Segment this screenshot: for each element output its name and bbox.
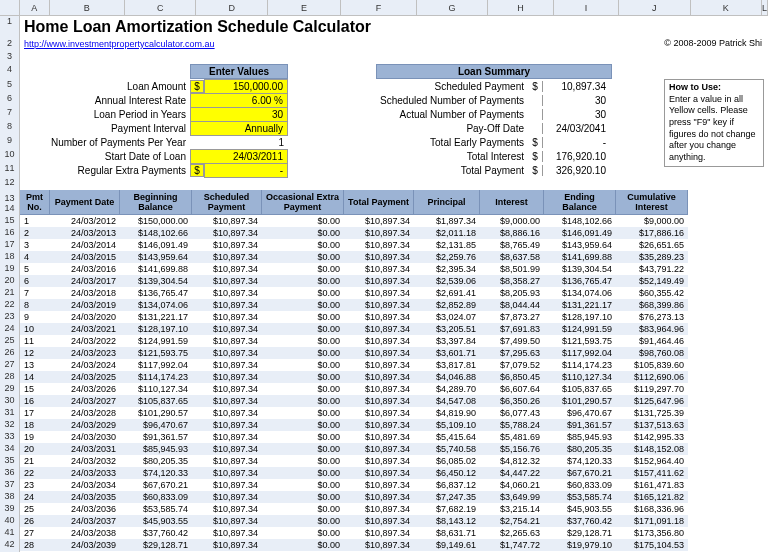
- row-num-33: 33: [0, 431, 20, 443]
- row-num-10: 10: [0, 149, 20, 163]
- scheduled-payment-value: 10,897.34: [542, 81, 612, 92]
- early-payments-value: -: [542, 137, 612, 148]
- table-row[interactable]: 724/03/2018$136,765.47$10,897.34$0.00$10…: [20, 287, 688, 299]
- row-num-13-14: 1314: [0, 190, 20, 215]
- table-row[interactable]: 2124/03/2032$80,205.35$10,897.34$0.00$10…: [20, 455, 688, 467]
- table-row[interactable]: 1924/03/2030$91,361.57$10,897.34$0.00$10…: [20, 431, 688, 443]
- table-row[interactable]: 2524/03/2036$53,585.74$10,897.34$0.00$10…: [20, 503, 688, 515]
- row-num-6: 6: [0, 93, 20, 107]
- row-num-22: 22: [0, 299, 20, 311]
- table-row[interactable]: 1724/03/2028$101,290.57$10,897.34$0.00$1…: [20, 407, 688, 419]
- total-interest-label: Total Interest: [376, 151, 528, 162]
- table-row[interactable]: 1524/03/2026$110,127.34$10,897.34$0.00$1…: [20, 383, 688, 395]
- table-row[interactable]: 524/03/2016$141,699.88$10,897.34$0.00$10…: [20, 263, 688, 275]
- row-num-3: 3: [0, 51, 20, 64]
- table-row[interactable]: 2324/03/2034$67,670.21$10,897.34$0.00$10…: [20, 479, 688, 491]
- dollar-sign: $: [528, 137, 542, 148]
- start-date-input[interactable]: 24/03/2011: [190, 149, 288, 164]
- table-row[interactable]: 1824/03/2029$96,470.67$10,897.34$0.00$10…: [20, 419, 688, 431]
- scheduled-num-label: Scheduled Number of Payments: [376, 95, 528, 106]
- dollar-sign: $: [528, 81, 542, 92]
- payment-interval-label: Payment Interval: [20, 123, 190, 134]
- col-scheduled-payment: Scheduled Payment: [192, 190, 262, 215]
- table-row[interactable]: 124/03/2012$150,000.00$10,897.34$0.00$10…: [20, 215, 688, 227]
- table-row[interactable]: 2724/03/2038$37,760.42$10,897.34$0.00$10…: [20, 527, 688, 539]
- row-num-5: 5: [0, 79, 20, 93]
- row-num-25: 25: [0, 335, 20, 347]
- dollar-sign: $: [528, 165, 542, 176]
- dollar-sign: $: [190, 164, 204, 177]
- table-row[interactable]: 2224/03/2033$74,120.33$10,897.34$0.00$10…: [20, 467, 688, 479]
- row-num-23: 23: [0, 311, 20, 323]
- table-row[interactable]: 1324/03/2024$117,992.04$10,897.34$0.00$1…: [20, 359, 688, 371]
- howto-text: Enter a value in all Yellow cells. Pleas…: [669, 94, 759, 164]
- table-row[interactable]: 424/03/2015$143,959.64$10,897.34$0.00$10…: [20, 251, 688, 263]
- row-num-18: 18: [0, 251, 20, 263]
- payment-interval-input[interactable]: Annually: [190, 121, 288, 136]
- page-title: Home Loan Amortization Schedule Calculat…: [20, 16, 375, 38]
- extra-payments-input[interactable]: -: [204, 163, 288, 178]
- row-num-8: 8: [0, 121, 20, 135]
- loan-amount-input[interactable]: 150,000.00: [204, 79, 288, 94]
- row-num-34: 34: [0, 443, 20, 455]
- row-num-36: 36: [0, 467, 20, 479]
- table-row[interactable]: 624/03/2017$139,304.54$10,897.34$0.00$10…: [20, 275, 688, 287]
- table-row[interactable]: 224/03/2013$148,102.66$10,897.34$0.00$10…: [20, 227, 688, 239]
- loan-amount-label: Loan Amount: [20, 81, 190, 92]
- table-header-row: Pmt No. Payment Date Beginning Balance S…: [20, 190, 688, 215]
- total-interest-value: 176,920.10: [542, 151, 612, 162]
- row-num-38: 38: [0, 491, 20, 503]
- row-num-20: 20: [0, 275, 20, 287]
- table-row[interactable]: 2824/03/2039$29,128.71$10,897.34$0.00$10…: [20, 539, 688, 551]
- row-num-29: 29: [0, 383, 20, 395]
- total-payment-value: 326,920.10: [542, 165, 612, 176]
- row-num-28: 28: [0, 371, 20, 383]
- loan-period-label: Loan Period in Years: [20, 109, 190, 120]
- table-row[interactable]: 324/03/2014$146,091.49$10,897.34$0.00$10…: [20, 239, 688, 251]
- column-headers: ABCDEFGHIJKL: [0, 0, 768, 16]
- col-principal: Principal: [414, 190, 480, 215]
- annual-rate-input[interactable]: 6.00 %: [190, 93, 288, 108]
- payoff-date-label: Pay-Off Date: [376, 123, 528, 134]
- dollar-sign: $: [190, 80, 204, 93]
- row-num-26: 26: [0, 347, 20, 359]
- table-row[interactable]: 2024/03/2031$85,945.93$10,897.34$0.00$10…: [20, 443, 688, 455]
- loan-period-input[interactable]: 30: [190, 107, 288, 122]
- row-num-9: 9: [0, 135, 20, 149]
- col-occasional-extra: Occasional Extra Payment: [262, 190, 344, 215]
- table-row[interactable]: 924/03/2020$131,221.17$10,897.34$0.00$10…: [20, 311, 688, 323]
- annual-rate-label: Annual Interest Rate: [20, 95, 190, 106]
- table-row[interactable]: 2624/03/2037$45,903.55$10,897.34$0.00$10…: [20, 515, 688, 527]
- row-num-27: 27: [0, 359, 20, 371]
- howto-title: How to Use:: [669, 82, 759, 94]
- actual-num-label: Actual Number of Payments: [376, 109, 528, 120]
- table-row[interactable]: 2424/03/2035$60,833.09$10,897.34$0.00$10…: [20, 491, 688, 503]
- table-row[interactable]: 1624/03/2027$105,837.65$10,897.34$0.00$1…: [20, 395, 688, 407]
- row-num-19: 19: [0, 263, 20, 275]
- table-row[interactable]: 1224/03/2023$121,593.75$10,897.34$0.00$1…: [20, 347, 688, 359]
- start-date-label: Start Date of Loan: [20, 151, 190, 162]
- extra-payments-label: Regular Extra Payments: [20, 165, 190, 176]
- enter-values-header: Enter Values: [190, 64, 288, 79]
- actual-num-value: 30: [542, 109, 612, 120]
- col-ending-balance: Ending Balance: [544, 190, 616, 215]
- row-num-32: 32: [0, 419, 20, 431]
- dollar-sign: $: [528, 151, 542, 162]
- row-num-35: 35: [0, 455, 20, 467]
- scheduled-num-value: 30: [542, 95, 612, 106]
- table-row[interactable]: 1124/03/2022$124,991.59$10,897.34$0.00$1…: [20, 335, 688, 347]
- scheduled-payment-label: Scheduled Payment: [376, 81, 528, 92]
- table-row[interactable]: 824/03/2019$134,074.06$10,897.34$0.00$10…: [20, 299, 688, 311]
- total-payment-label: Total Payment: [376, 165, 528, 176]
- payoff-date-value: 24/03/2041: [542, 123, 612, 134]
- website-link[interactable]: http://www.investmentpropertycalculator.…: [20, 38, 219, 51]
- howto-box: How to Use: Enter a value in all Yellow …: [664, 79, 764, 167]
- col-total-payment: Total Payment: [344, 190, 414, 215]
- row-num-16: 16: [0, 227, 20, 239]
- table-row[interactable]: 1424/03/2025$114,174.23$10,897.34$0.00$1…: [20, 371, 688, 383]
- table-row[interactable]: 1024/03/2021$128,197.10$10,897.34$0.00$1…: [20, 323, 688, 335]
- col-cumulative-interest: Cumulative Interest: [616, 190, 688, 215]
- loan-summary-header: Loan Summary: [376, 64, 612, 79]
- row-num-1: 1: [0, 16, 20, 38]
- row-num-4: 4: [0, 64, 20, 79]
